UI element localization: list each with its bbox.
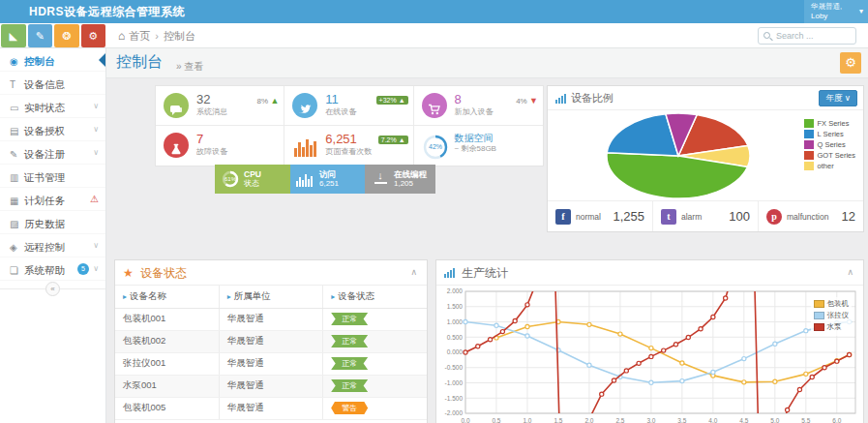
flask-icon (164, 133, 189, 158)
quick-button-pencil[interactable]: ✎ (28, 24, 53, 47)
data-point (804, 372, 808, 376)
trend-indicator: 4% ▼ (516, 96, 538, 106)
stat-value: 7 (196, 133, 279, 146)
caret-right-icon: ▸ (331, 292, 335, 301)
quick-buttons: ◣✎❂⚙ (0, 23, 106, 48)
legend-item-FX-Series: FX Series (804, 119, 855, 128)
breadcrumb: ⌂首页›控制台 (118, 23, 195, 48)
device-name-cell: 包装机001 (115, 308, 219, 330)
table-row[interactable]: 包装机005华晟智通警告 (115, 397, 427, 419)
table-row[interactable]: 包装机001华晟智通正常 (115, 308, 427, 330)
legend-swatch (814, 300, 824, 308)
sidebar-item-历史数据[interactable]: ▨历史数据 (0, 211, 105, 234)
user-menu[interactable]: 华晟普通, Loby ▾ (804, 0, 868, 23)
warning-icon: ⚠ (90, 188, 99, 211)
line-chart-area: 2.0001.5001.0000.5000.000-0.500-1.000-1.… (436, 286, 863, 423)
device-name-cell: 包装机005 (115, 397, 219, 419)
home-icon: ⌂ (118, 29, 125, 43)
quick-button-cogs[interactable]: ⚙ (81, 24, 106, 47)
arrow-up-icon: ▲ (270, 96, 279, 106)
settings-button[interactable]: ⚙ (840, 52, 861, 74)
user-name: Loby (811, 12, 854, 21)
footer-stat-value: 100 (729, 209, 750, 224)
chart-icon (555, 94, 566, 104)
sidebar-collapse-button[interactable]: « (45, 282, 60, 296)
list-icon: ▤ (10, 120, 24, 143)
status-badge: 正常 (331, 335, 368, 347)
file-icon: ❏ (10, 259, 24, 283)
device-status-cell: 正常 (323, 330, 427, 352)
stat-label: 数据空间 (455, 133, 538, 143)
sidebar-item-设备授权[interactable]: ▤设备授权∨ (0, 118, 105, 141)
top-bar: HDRS设备远程综合管理系统 华晟普通, Loby ▾ (0, 0, 868, 23)
collapse-caret-icon[interactable]: ∧ (410, 260, 417, 285)
data-point (500, 329, 504, 333)
stats-grid: 32系统消息8% ▲11在线设备+32% ▲8新加入设备4% ▼7故障设备6,2… (155, 85, 544, 166)
strip-title: 在线编程 (394, 169, 435, 179)
data-point (673, 343, 677, 347)
table-row[interactable]: 水泵001华晟智通正常 (115, 375, 427, 397)
data-point (494, 323, 498, 327)
cpu-ring-icon: 61% (221, 169, 240, 189)
legend-item-GOT-Series: GOT Series (804, 151, 855, 160)
sidebar-item-设备信息[interactable]: T设备信息 (0, 72, 105, 95)
device-table: ▸设备名称▸所属单位▸设备状态 包装机001华晟智通正常包装机002华晟智通正常… (115, 286, 427, 420)
footer-stat-normal: fnormal1,255 (548, 201, 652, 231)
device-status-cell: 正常 (323, 375, 427, 397)
page-title: 控制台 (116, 52, 163, 73)
data-point (525, 324, 529, 328)
card-icon: ▥ (10, 166, 24, 190)
sidebar-item-实时状态[interactable]: ▭实时状态∨ (0, 95, 105, 118)
svg-text:0.5: 0.5 (492, 417, 500, 423)
sidebar-item-证书管理[interactable]: ▥证书管理 (0, 165, 105, 188)
metrics-strip: 61%CPU状态访问6,251↓在线编程1,205 (215, 165, 435, 194)
svg-text:1.500: 1.500 (447, 303, 464, 310)
bars-icon (296, 173, 315, 187)
toolbar: ◣✎❂⚙ ⌂首页›控制台 (0, 23, 868, 48)
device-status-cell: 正常 (323, 352, 427, 375)
page-subtitle: » 查看 (176, 60, 203, 74)
breadcrumb-separator: › (155, 30, 159, 42)
pinterest-icon: p (766, 209, 782, 225)
table-row[interactable]: 张拉仪001华晟智通正常 (115, 352, 427, 375)
sidebar-item-label: 计划任务 (24, 195, 65, 206)
legend-label: 张拉仪 (827, 311, 850, 320)
column-header-所属单位[interactable]: ▸所属单位 (219, 286, 322, 308)
period-dropdown[interactable]: 年度 ∨ (819, 90, 857, 106)
strip-访问: 访问6,251 (290, 165, 365, 194)
device-unit-cell: 华晟智通 (219, 375, 322, 397)
svg-text:-2.000: -2.000 (445, 409, 464, 416)
twitter-icon: t (661, 209, 676, 225)
sidebar-item-远程控制[interactable]: ◈远程控制∨ (0, 234, 105, 257)
svg-text:2.5: 2.5 (615, 417, 624, 423)
stat-card-text: 7故障设备 (196, 133, 279, 157)
edit-icon: ✎ (10, 143, 24, 166)
data-point (649, 380, 653, 384)
breadcrumb-home[interactable]: 首页 (129, 30, 150, 42)
column-header-设备状态[interactable]: ▸设备状态 (323, 286, 427, 308)
legend-item-Q-Series: Q Series (804, 140, 855, 149)
chart-icon (444, 268, 455, 278)
sidebar-item-系统帮助[interactable]: ❏系统帮助5∨ (0, 257, 105, 281)
sidebar-item-label: 设备信息 (24, 78, 65, 90)
data-point (637, 361, 641, 365)
sidebar-item-设备注册[interactable]: ✎设备注册∨ (0, 141, 105, 165)
twitter-icon (292, 93, 317, 118)
svg-text:-1.000: -1.000 (445, 379, 464, 386)
table-row[interactable]: 包装机002华晟智通正常 (115, 330, 427, 352)
sidebar-item-控制台[interactable]: ◉控制台 (0, 48, 105, 72)
collapse-caret-icon[interactable]: ∧ (847, 260, 853, 285)
svg-text:61%: 61% (224, 175, 237, 182)
data-point (724, 296, 728, 300)
device-unit-cell: 华晟智通 (219, 397, 322, 419)
data-point (525, 334, 529, 338)
quick-button-bug[interactable]: ❂ (54, 24, 79, 47)
sidebar-divider: « (0, 288, 105, 289)
column-header-设备名称[interactable]: ▸设备名称 (115, 286, 219, 308)
search-input[interactable] (776, 28, 853, 44)
sidebar-item-计划任务[interactable]: ▦计划任务⚠ (0, 188, 105, 211)
chevron-down-icon: ∨ (93, 118, 99, 141)
quick-button-area-chart[interactable]: ◣ (1, 24, 26, 47)
stat-card-text: 数据空间~ 剩余58GB (455, 133, 538, 154)
chevron-down-icon: ∨ (93, 141, 99, 165)
